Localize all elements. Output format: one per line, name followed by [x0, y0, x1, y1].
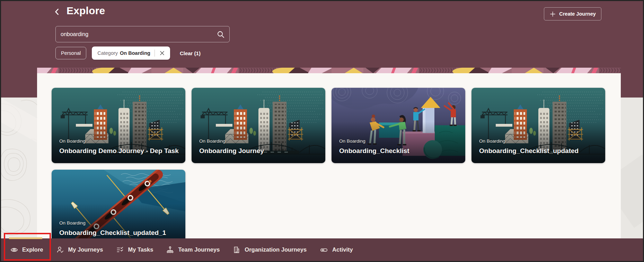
bottom-nav: Explore My Journeys My Tasks Team Journe… [0, 238, 644, 261]
nav-item-my-journeys[interactable]: My Journeys [56, 246, 103, 254]
close-x-icon[interactable] [158, 49, 167, 58]
building-icon [233, 246, 240, 254]
person-check-icon [56, 246, 64, 254]
journey-card-category: On Boarding [59, 220, 86, 226]
journey-card-title: Onboarding Journey [199, 147, 320, 155]
nav-item-organization-journeys[interactable]: Organization Journeys [233, 246, 307, 254]
task-list-icon [116, 246, 124, 254]
journey-card-title: Onboarding_Checklist [339, 147, 460, 155]
create-journey-button[interactable]: Create Journey [544, 7, 601, 20]
nav-item-label: My Tasks [128, 246, 153, 253]
filter-chip-category[interactable]: Category On Boarding [92, 47, 170, 60]
filter-chip-category-value: On Boarding [120, 50, 150, 56]
nav-item-label: Explore [22, 246, 43, 253]
org-tree-icon [166, 246, 174, 254]
filter-chip-category-prefix: Category [97, 50, 118, 56]
nav-item-label: Team Journeys [178, 246, 220, 253]
search-icon[interactable] [217, 30, 225, 39]
nav-item-label: Activity [332, 246, 353, 253]
content-panel: On Boarding Onboarding Demo Journey - De… [37, 73, 621, 238]
journey-card-title: Onboarding_Checklist_updated [479, 147, 600, 155]
journey-card[interactable]: On Boarding Onboarding_Checklist_updated… [52, 170, 185, 238]
search-input[interactable] [56, 31, 217, 37]
page-title: Explore [67, 5, 105, 17]
nav-item-my-tasks[interactable]: My Tasks [116, 246, 153, 254]
clear-filters-link[interactable]: Clear (1) [180, 50, 201, 56]
chip-divider [155, 50, 155, 57]
journey-card[interactable]: On Boarding Onboarding Demo Journey - De… [52, 88, 185, 163]
active-tab-indicator [9, 237, 42, 239]
journey-card-category: On Boarding [339, 138, 365, 144]
search-box [55, 26, 230, 42]
activity-pill-icon [320, 246, 328, 254]
journey-card-category: On Boarding [199, 138, 226, 144]
card-grid: On Boarding Onboarding Demo Journey - De… [37, 73, 621, 238]
journey-card-title: Onboarding Demo Journey - Dep Task [59, 147, 180, 155]
right-margin [621, 98, 644, 238]
create-journey-label: Create Journey [559, 11, 596, 17]
nav-item-team-journeys[interactable]: Team Journeys [166, 246, 220, 254]
nav-item-activity[interactable]: Activity [320, 246, 353, 254]
journey-card-category: On Boarding [479, 138, 505, 144]
nav-item-explore[interactable]: Explore [10, 246, 43, 254]
filter-chip-personal[interactable]: Personal [55, 47, 86, 59]
topographic-margin-art [0, 98, 37, 238]
nav-item-label: Organization Journeys [245, 246, 307, 253]
back-button[interactable] [52, 7, 62, 18]
journey-card[interactable]: On Boarding Onboarding_Checklist_updated [471, 88, 605, 163]
nav-item-label: My Journeys [68, 246, 103, 253]
banner-art-strip [37, 68, 621, 73]
journey-card[interactable]: On Boarding Onboarding Journey [192, 88, 325, 163]
filter-chips-row: Personal Category On Boarding Clear (1) [55, 47, 201, 60]
plus-icon [549, 11, 556, 17]
explore-eye-icon [10, 246, 18, 254]
chevron-left-icon [53, 7, 62, 18]
journey-card-title: Onboarding_Checklist_updated_1 [59, 229, 180, 237]
card-shade [52, 170, 185, 238]
journey-card[interactable]: On Boarding Onboarding_Checklist [332, 88, 465, 163]
journey-card-category: On Boarding [59, 138, 86, 144]
